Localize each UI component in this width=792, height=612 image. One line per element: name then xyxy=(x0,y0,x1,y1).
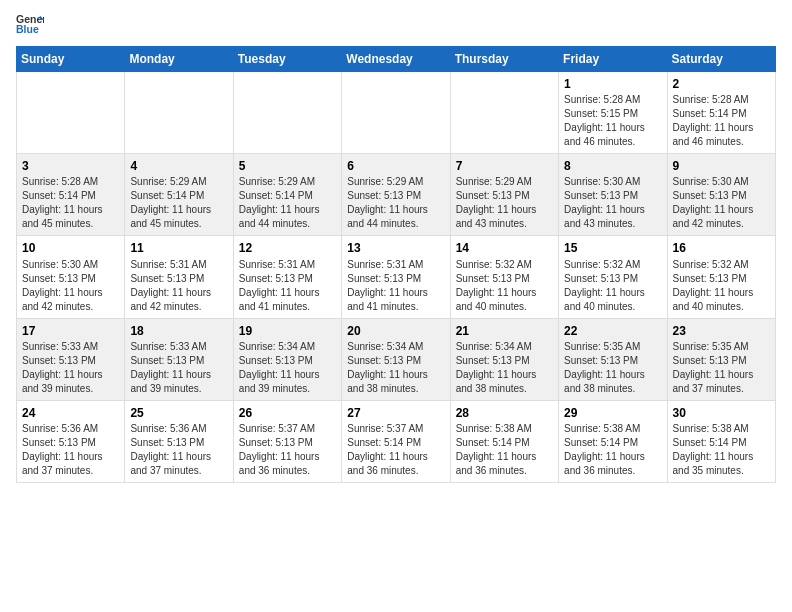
day-info: Sunrise: 5:30 AMSunset: 5:13 PMDaylight:… xyxy=(673,175,770,231)
day-cell: 2Sunrise: 5:28 AMSunset: 5:14 PMDaylight… xyxy=(667,72,775,154)
weekday-monday: Monday xyxy=(125,47,233,72)
logo-icon: General Blue xyxy=(16,10,44,38)
day-cell: 11Sunrise: 5:31 AMSunset: 5:13 PMDayligh… xyxy=(125,236,233,318)
day-cell xyxy=(17,72,125,154)
day-info: Sunrise: 5:31 AMSunset: 5:13 PMDaylight:… xyxy=(347,258,444,314)
header: General Blue xyxy=(16,10,776,38)
day-cell: 19Sunrise: 5:34 AMSunset: 5:13 PMDayligh… xyxy=(233,318,341,400)
day-info: Sunrise: 5:38 AMSunset: 5:14 PMDaylight:… xyxy=(456,422,553,478)
day-number: 25 xyxy=(130,405,227,421)
day-info: Sunrise: 5:35 AMSunset: 5:13 PMDaylight:… xyxy=(564,340,661,396)
day-cell: 30Sunrise: 5:38 AMSunset: 5:14 PMDayligh… xyxy=(667,400,775,482)
day-info: Sunrise: 5:34 AMSunset: 5:13 PMDaylight:… xyxy=(347,340,444,396)
day-cell: 3Sunrise: 5:28 AMSunset: 5:14 PMDaylight… xyxy=(17,154,125,236)
day-number: 15 xyxy=(564,240,661,256)
day-number: 12 xyxy=(239,240,336,256)
day-cell: 16Sunrise: 5:32 AMSunset: 5:13 PMDayligh… xyxy=(667,236,775,318)
day-number: 22 xyxy=(564,323,661,339)
logo: General Blue xyxy=(16,10,44,38)
day-number: 21 xyxy=(456,323,553,339)
weekday-header-row: SundayMondayTuesdayWednesdayThursdayFrid… xyxy=(17,47,776,72)
day-number: 18 xyxy=(130,323,227,339)
day-info: Sunrise: 5:34 AMSunset: 5:13 PMDaylight:… xyxy=(239,340,336,396)
day-info: Sunrise: 5:28 AMSunset: 5:15 PMDaylight:… xyxy=(564,93,661,149)
day-number: 28 xyxy=(456,405,553,421)
day-cell: 27Sunrise: 5:37 AMSunset: 5:14 PMDayligh… xyxy=(342,400,450,482)
day-cell: 29Sunrise: 5:38 AMSunset: 5:14 PMDayligh… xyxy=(559,400,667,482)
week-row-4: 17Sunrise: 5:33 AMSunset: 5:13 PMDayligh… xyxy=(17,318,776,400)
day-cell: 23Sunrise: 5:35 AMSunset: 5:13 PMDayligh… xyxy=(667,318,775,400)
weekday-saturday: Saturday xyxy=(667,47,775,72)
day-info: Sunrise: 5:31 AMSunset: 5:13 PMDaylight:… xyxy=(239,258,336,314)
day-number: 9 xyxy=(673,158,770,174)
day-cell: 10Sunrise: 5:30 AMSunset: 5:13 PMDayligh… xyxy=(17,236,125,318)
day-cell xyxy=(450,72,558,154)
day-info: Sunrise: 5:30 AMSunset: 5:13 PMDaylight:… xyxy=(564,175,661,231)
day-number: 14 xyxy=(456,240,553,256)
day-cell: 22Sunrise: 5:35 AMSunset: 5:13 PMDayligh… xyxy=(559,318,667,400)
day-number: 10 xyxy=(22,240,119,256)
day-info: Sunrise: 5:28 AMSunset: 5:14 PMDaylight:… xyxy=(673,93,770,149)
day-cell: 21Sunrise: 5:34 AMSunset: 5:13 PMDayligh… xyxy=(450,318,558,400)
page: General Blue SundayMondayTuesdayWednesda… xyxy=(0,0,792,499)
week-row-3: 10Sunrise: 5:30 AMSunset: 5:13 PMDayligh… xyxy=(17,236,776,318)
weekday-sunday: Sunday xyxy=(17,47,125,72)
day-info: Sunrise: 5:28 AMSunset: 5:14 PMDaylight:… xyxy=(22,175,119,231)
day-number: 7 xyxy=(456,158,553,174)
day-cell: 4Sunrise: 5:29 AMSunset: 5:14 PMDaylight… xyxy=(125,154,233,236)
day-number: 11 xyxy=(130,240,227,256)
calendar: SundayMondayTuesdayWednesdayThursdayFrid… xyxy=(16,46,776,483)
day-number: 2 xyxy=(673,76,770,92)
day-cell: 25Sunrise: 5:36 AMSunset: 5:13 PMDayligh… xyxy=(125,400,233,482)
weekday-friday: Friday xyxy=(559,47,667,72)
day-cell: 12Sunrise: 5:31 AMSunset: 5:13 PMDayligh… xyxy=(233,236,341,318)
day-number: 29 xyxy=(564,405,661,421)
day-cell: 1Sunrise: 5:28 AMSunset: 5:15 PMDaylight… xyxy=(559,72,667,154)
day-number: 19 xyxy=(239,323,336,339)
day-info: Sunrise: 5:29 AMSunset: 5:13 PMDaylight:… xyxy=(347,175,444,231)
week-row-1: 1Sunrise: 5:28 AMSunset: 5:15 PMDaylight… xyxy=(17,72,776,154)
day-cell xyxy=(233,72,341,154)
day-info: Sunrise: 5:32 AMSunset: 5:13 PMDaylight:… xyxy=(564,258,661,314)
day-info: Sunrise: 5:30 AMSunset: 5:13 PMDaylight:… xyxy=(22,258,119,314)
day-number: 23 xyxy=(673,323,770,339)
day-info: Sunrise: 5:32 AMSunset: 5:13 PMDaylight:… xyxy=(673,258,770,314)
day-info: Sunrise: 5:29 AMSunset: 5:14 PMDaylight:… xyxy=(239,175,336,231)
day-number: 16 xyxy=(673,240,770,256)
weekday-wednesday: Wednesday xyxy=(342,47,450,72)
day-cell: 5Sunrise: 5:29 AMSunset: 5:14 PMDaylight… xyxy=(233,154,341,236)
day-info: Sunrise: 5:32 AMSunset: 5:13 PMDaylight:… xyxy=(456,258,553,314)
day-number: 26 xyxy=(239,405,336,421)
day-info: Sunrise: 5:34 AMSunset: 5:13 PMDaylight:… xyxy=(456,340,553,396)
day-cell xyxy=(125,72,233,154)
week-row-2: 3Sunrise: 5:28 AMSunset: 5:14 PMDaylight… xyxy=(17,154,776,236)
day-number: 5 xyxy=(239,158,336,174)
day-cell: 18Sunrise: 5:33 AMSunset: 5:13 PMDayligh… xyxy=(125,318,233,400)
week-row-5: 24Sunrise: 5:36 AMSunset: 5:13 PMDayligh… xyxy=(17,400,776,482)
day-number: 4 xyxy=(130,158,227,174)
day-info: Sunrise: 5:33 AMSunset: 5:13 PMDaylight:… xyxy=(130,340,227,396)
day-info: Sunrise: 5:33 AMSunset: 5:13 PMDaylight:… xyxy=(22,340,119,396)
day-number: 8 xyxy=(564,158,661,174)
day-info: Sunrise: 5:38 AMSunset: 5:14 PMDaylight:… xyxy=(564,422,661,478)
day-info: Sunrise: 5:29 AMSunset: 5:13 PMDaylight:… xyxy=(456,175,553,231)
day-info: Sunrise: 5:37 AMSunset: 5:14 PMDaylight:… xyxy=(347,422,444,478)
day-number: 6 xyxy=(347,158,444,174)
day-cell: 6Sunrise: 5:29 AMSunset: 5:13 PMDaylight… xyxy=(342,154,450,236)
day-number: 3 xyxy=(22,158,119,174)
day-cell xyxy=(342,72,450,154)
day-info: Sunrise: 5:36 AMSunset: 5:13 PMDaylight:… xyxy=(130,422,227,478)
day-cell: 9Sunrise: 5:30 AMSunset: 5:13 PMDaylight… xyxy=(667,154,775,236)
day-info: Sunrise: 5:36 AMSunset: 5:13 PMDaylight:… xyxy=(22,422,119,478)
day-info: Sunrise: 5:37 AMSunset: 5:13 PMDaylight:… xyxy=(239,422,336,478)
day-cell: 7Sunrise: 5:29 AMSunset: 5:13 PMDaylight… xyxy=(450,154,558,236)
weekday-tuesday: Tuesday xyxy=(233,47,341,72)
day-cell: 13Sunrise: 5:31 AMSunset: 5:13 PMDayligh… xyxy=(342,236,450,318)
day-number: 13 xyxy=(347,240,444,256)
day-info: Sunrise: 5:35 AMSunset: 5:13 PMDaylight:… xyxy=(673,340,770,396)
day-cell: 24Sunrise: 5:36 AMSunset: 5:13 PMDayligh… xyxy=(17,400,125,482)
day-cell: 17Sunrise: 5:33 AMSunset: 5:13 PMDayligh… xyxy=(17,318,125,400)
day-number: 1 xyxy=(564,76,661,92)
day-info: Sunrise: 5:29 AMSunset: 5:14 PMDaylight:… xyxy=(130,175,227,231)
svg-text:Blue: Blue xyxy=(16,23,39,35)
